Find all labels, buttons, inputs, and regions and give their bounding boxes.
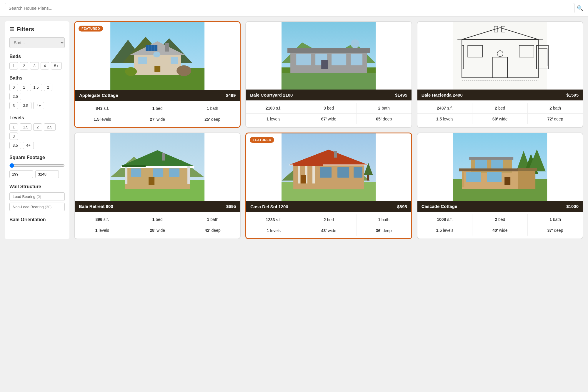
card-cascade-cottage[interactable]: Cascade Cottage $1000 1008 s.f. 2 bed 1 … <box>417 133 583 239</box>
sqft-min-input[interactable] <box>9 170 33 178</box>
sqft-max-input[interactable] <box>35 170 59 178</box>
svg-rect-59 <box>153 168 163 177</box>
card-applegate-cottage[interactable]: FEATURED Applegate Cottage $499 843 s.f.… <box>74 21 241 128</box>
levels-btn-4plus[interactable]: 4+ <box>23 142 34 149</box>
stats-row-bottom-casa-del-sol-1200: 1 levels 43' wide 36' deep <box>246 225 411 236</box>
wall-non-load-bearing-btn[interactable]: Non-Load Bearing (30) <box>9 203 65 211</box>
search-button[interactable]: 🔍 <box>577 5 583 11</box>
levels-btn-2[interactable]: 2 <box>33 123 42 131</box>
svg-rect-27 <box>351 54 362 65</box>
card-stats-bale-courtyard-2100: 2100 s.f. 3 bed 2 bath 1 levels 67' wide… <box>246 100 411 127</box>
stats-row-bottom-bale-courtyard-2100: 1 levels 67' wide 65' deep <box>246 114 411 124</box>
baths-btn-15[interactable]: 1.5 <box>30 84 42 91</box>
cards-grid: FEATURED Applegate Cottage $499 843 s.f.… <box>74 21 583 239</box>
stat-deep-bale-retreat-900: 42' deep <box>185 225 240 236</box>
card-title-bale-retreat-900: Bale Retreat 900 <box>79 204 113 209</box>
svg-rect-93 <box>487 172 502 182</box>
wall-load-bearing-btn[interactable]: Load Bearing (0) <box>9 192 65 201</box>
levels-label: Levels <box>9 115 65 120</box>
beds-btn-1[interactable]: 1 <box>9 62 18 70</box>
card-bale-hacienda-2400[interactable]: Bale Hacienda 2400 $1595 2437 s.f. 2 bed… <box>417 21 583 128</box>
stats-row-top-applegate-cottage: 843 s.f. 1 bed 1 bath <box>75 103 240 114</box>
stats-row-top-bale-retreat-900: 896 s.f. 1 bed 1 bath <box>75 214 240 225</box>
card-title-bale-courtyard-2100: Bale Courtyard 2100 <box>250 92 293 97</box>
stat-bath-bale-courtyard-2100: 2 bath <box>357 103 412 113</box>
stat-deep-cascade-cottage: 37' deep <box>528 225 583 236</box>
beds-buttons: 1 2 3 4 5+ <box>9 62 65 70</box>
beds-btn-2[interactable]: 2 <box>20 62 28 70</box>
stats-row-top-cascade-cottage: 1008 s.f. 2 bed 1 bath <box>417 214 583 225</box>
svg-rect-23 <box>287 48 370 53</box>
stat-sqft-cascade-cottage: 1008 s.f. <box>417 214 473 225</box>
stat-levels-applegate-cottage: 1.5 levels <box>75 114 130 125</box>
stat-bath-cascade-cottage: 1 bath <box>528 214 583 225</box>
baths-btn-1[interactable]: 1 <box>20 84 28 91</box>
svg-rect-10 <box>171 57 178 64</box>
beds-btn-4[interactable]: 4 <box>41 62 49 70</box>
stat-wide-bale-courtyard-2100: 67' wide <box>301 114 357 124</box>
card-stats-bale-hacienda-2400: 2437 s.f. 2 bed 2 bath 1.5 levels 60' wi… <box>417 100 583 127</box>
svg-rect-91 <box>491 160 503 168</box>
svg-point-9 <box>153 52 160 57</box>
levels-btn-25[interactable]: 2.5 <box>44 123 56 131</box>
card-casa-del-sol-1200[interactable]: FEATURED Casa Del Sol 1200 $895 1233 s.f… <box>245 133 412 239</box>
svg-rect-97 <box>518 168 537 171</box>
beds-filter: Beds 1 2 3 4 5+ <box>9 54 65 70</box>
card-bale-courtyard-2100[interactable]: Bale Courtyard 2100 $1495 2100 s.f. 3 be… <box>245 21 412 128</box>
levels-btn-35[interactable]: 3.5 <box>9 142 21 149</box>
filters-header: ☰ Filters <box>9 26 65 33</box>
wall-structure-filter: Wall Structure Load Bearing (0) Non-Load… <box>9 184 65 211</box>
card-image-bale-courtyard-2100 <box>246 22 411 90</box>
baths-btn-35[interactable]: 3.5 <box>20 102 31 109</box>
svg-rect-30 <box>281 73 376 90</box>
svg-rect-26 <box>332 54 346 65</box>
stat-sqft-bale-courtyard-2100: 2100 s.f. <box>246 103 301 113</box>
stat-bed-applegate-cottage: 1 bed <box>130 103 185 114</box>
baths-label: Baths <box>9 75 65 81</box>
stat-sqft-casa-del-sol-1200: 1233 s.f. <box>246 214 301 225</box>
card-bale-retreat-900[interactable]: Bale Retreat 900 $695 896 s.f. 1 bed 1 b… <box>74 133 241 239</box>
beds-btn-5plus[interactable]: 5+ <box>51 62 62 70</box>
sqft-filter: Square Footage <box>9 155 65 178</box>
svg-rect-92 <box>466 172 481 182</box>
card-title-bar-cascade-cottage: Cascade Cottage $1000 <box>417 201 583 212</box>
card-title-bar-applegate-cottage: Applegate Cottage $499 <box>75 90 240 101</box>
svg-rect-7 <box>165 43 169 52</box>
baths-btn-0[interactable]: 0 <box>9 84 18 91</box>
levels-btn-3[interactable]: 3 <box>9 133 18 140</box>
svg-rect-89 <box>459 168 522 171</box>
levels-filter: Levels 1 1.5 2 2.5 3 3.5 4+ <box>9 115 65 149</box>
svg-rect-88 <box>469 157 513 160</box>
baths-btn-25[interactable]: 2.5 <box>9 93 21 100</box>
levels-btn-15[interactable]: 1.5 <box>20 123 31 131</box>
search-input[interactable] <box>5 3 574 13</box>
sqft-inputs <box>9 170 65 178</box>
card-title-bar-bale-courtyard-2100: Bale Courtyard 2100 $1495 <box>246 90 411 100</box>
sort-select[interactable]: Sort... Price: Low to High Price: High t… <box>9 37 65 48</box>
svg-rect-55 <box>125 166 127 184</box>
svg-rect-90 <box>475 160 487 168</box>
svg-rect-95 <box>462 171 464 187</box>
sqft-label: Square Footage <box>9 155 65 160</box>
stats-row-bottom-bale-hacienda-2400: 1.5 levels 60' wide 72' deep <box>417 114 583 124</box>
wall-structure-label: Wall Structure <box>9 184 65 189</box>
svg-rect-74 <box>320 167 332 178</box>
stat-levels-casa-del-sol-1200: 1 levels <box>246 225 301 236</box>
levels-btn-1[interactable]: 1 <box>9 123 18 131</box>
baths-btn-3[interactable]: 3 <box>9 102 18 109</box>
baths-btn-2[interactable]: 2 <box>44 84 52 91</box>
stat-bed-bale-courtyard-2100: 3 bed <box>301 103 357 113</box>
svg-rect-56 <box>187 166 190 184</box>
beds-btn-3[interactable]: 3 <box>30 62 39 70</box>
load-bearing-count: (0) <box>36 194 41 199</box>
stat-bath-bale-hacienda-2400: 2 bath <box>528 103 583 113</box>
stats-row-top-bale-courtyard-2100: 2100 s.f. 3 bed 2 bath <box>246 103 411 114</box>
baths-btn-4plus[interactable]: 4+ <box>33 102 44 109</box>
filters-title: Filters <box>16 26 34 33</box>
stat-deep-bale-courtyard-2100: 65' deep <box>357 114 412 124</box>
baths-filter: Baths 0 1 1.5 2 2.5 3 3.5 4+ <box>9 75 65 109</box>
stat-levels-cascade-cottage: 1.5 levels <box>417 225 473 236</box>
stat-bed-casa-del-sol-1200: 2 bed <box>301 214 356 225</box>
svg-rect-8 <box>138 57 147 64</box>
sqft-range-min[interactable] <box>9 163 65 168</box>
